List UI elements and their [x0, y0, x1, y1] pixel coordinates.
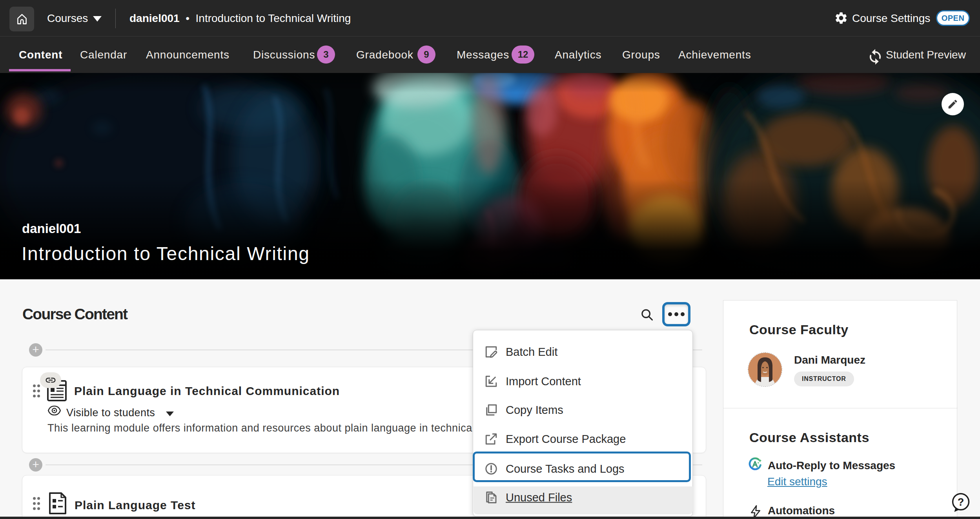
- svg-text:?: ?: [958, 496, 964, 508]
